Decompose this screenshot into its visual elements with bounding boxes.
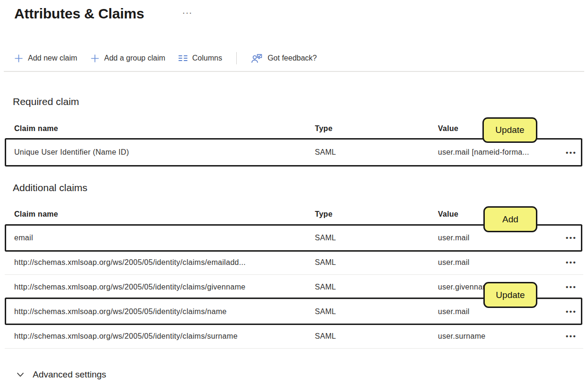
claim-row-name[interactable]: http://schemas.xmlsoap.org/ws/2005/05/id… (5, 299, 583, 324)
toolbar: Add new claim Add a group claim Columns … (14, 49, 317, 67)
column-header-claim-name: Claim name (14, 124, 315, 133)
toolbar-separator (4, 71, 584, 72)
claim-type-cell: SAML (315, 148, 438, 157)
got-feedback-label: Got feedback? (267, 54, 317, 62)
columns-label: Columns (192, 54, 222, 62)
table-header-row: Claim name Type Value (5, 203, 583, 226)
claim-name-cell: Unique User Identifier (Name ID) (14, 148, 315, 157)
additional-claims-heading: Additional claims (13, 182, 88, 193)
claim-row-surname[interactable]: http://schemas.xmlsoap.org/ws/2005/05/id… (5, 324, 583, 349)
row-menu-button[interactable]: ••• (561, 283, 583, 290)
column-header-value: Value (438, 210, 561, 219)
required-claims-table: Claim name Type Value Unique User Identi… (5, 118, 583, 166)
column-header-type: Type (315, 124, 438, 133)
row-menu-button[interactable]: ••• (561, 333, 583, 340)
claim-value-cell: user.surname (438, 332, 561, 341)
more-ellipsis-icon: ··· (183, 9, 193, 17)
advanced-settings-label: Advanced settings (33, 369, 106, 380)
page-title: Attributes & Claims (14, 6, 144, 22)
ellipsis-icon: ••• (566, 307, 577, 316)
claim-name-cell: http://schemas.xmlsoap.org/ws/2005/05/id… (14, 307, 315, 316)
claim-value-cell: user.mail (438, 258, 561, 267)
ellipsis-icon: ••• (566, 234, 577, 242)
attributes-claims-page: { "page": { "title": "Attributes & Claim… (0, 0, 588, 386)
claim-value-cell: user.givenname (438, 283, 561, 291)
plus-icon (14, 54, 23, 63)
claim-name-cell: http://schemas.xmlsoap.org/ws/2005/05/id… (14, 332, 315, 341)
additional-claims-table: Claim name Type Value email SAML user.ma… (5, 203, 583, 349)
add-new-claim-button[interactable]: Add new claim (14, 54, 77, 63)
ellipsis-icon: ••• (566, 332, 577, 340)
claim-name-cell: http://schemas.xmlsoap.org/ws/2005/05/id… (14, 258, 315, 267)
claim-name-cell: http://schemas.xmlsoap.org/ws/2005/05/id… (14, 283, 315, 291)
claim-name-cell: email (14, 234, 315, 242)
claim-row-givenname[interactable]: http://schemas.xmlsoap.org/ws/2005/05/id… (5, 275, 583, 299)
claim-row-emailaddress[interactable]: http://schemas.xmlsoap.org/ws/2005/05/id… (5, 250, 583, 275)
advanced-settings-toggle[interactable]: Advanced settings (16, 369, 106, 380)
claim-value-cell: user.mail (438, 307, 561, 316)
ellipsis-icon: ••• (566, 283, 577, 291)
column-header-claim-name: Claim name (14, 210, 315, 219)
column-header-value: Value (438, 124, 561, 133)
claim-type-cell: SAML (315, 307, 438, 316)
columns-icon (178, 55, 187, 61)
row-menu-button[interactable]: ••• (561, 149, 583, 156)
claim-type-cell: SAML (315, 283, 438, 291)
table-header-row: Claim name Type Value (5, 118, 583, 139)
ellipsis-icon: ••• (566, 149, 577, 157)
toolbar-divider (236, 52, 237, 64)
got-feedback-button[interactable]: Got feedback? (251, 53, 317, 63)
plus-icon (90, 54, 99, 63)
add-group-claim-button[interactable]: Add a group claim (90, 54, 165, 63)
claim-row-email[interactable]: email SAML user.mail ••• (5, 226, 583, 250)
feedback-person-icon (251, 53, 263, 63)
columns-button[interactable]: Columns (178, 54, 222, 62)
add-group-claim-label: Add a group claim (104, 54, 165, 62)
claim-type-cell: SAML (315, 258, 438, 267)
claim-row-nameid[interactable]: Unique User Identifier (Name ID) SAML us… (5, 139, 583, 166)
row-menu-button[interactable]: ••• (561, 308, 583, 315)
claim-value-cell: user.mail (438, 234, 561, 242)
required-claim-heading: Required claim (13, 96, 79, 107)
row-menu-button[interactable]: ••• (561, 234, 583, 241)
chevron-down-icon (16, 370, 25, 379)
column-header-type: Type (315, 210, 438, 219)
row-menu-button[interactable]: ••• (561, 259, 583, 266)
claim-type-cell: SAML (315, 234, 438, 242)
claim-type-cell: SAML (315, 332, 438, 341)
claim-value-cell: user.mail [nameid-forma... (438, 148, 561, 157)
ellipsis-icon: ••• (566, 258, 577, 266)
add-new-claim-label: Add new claim (28, 54, 77, 62)
